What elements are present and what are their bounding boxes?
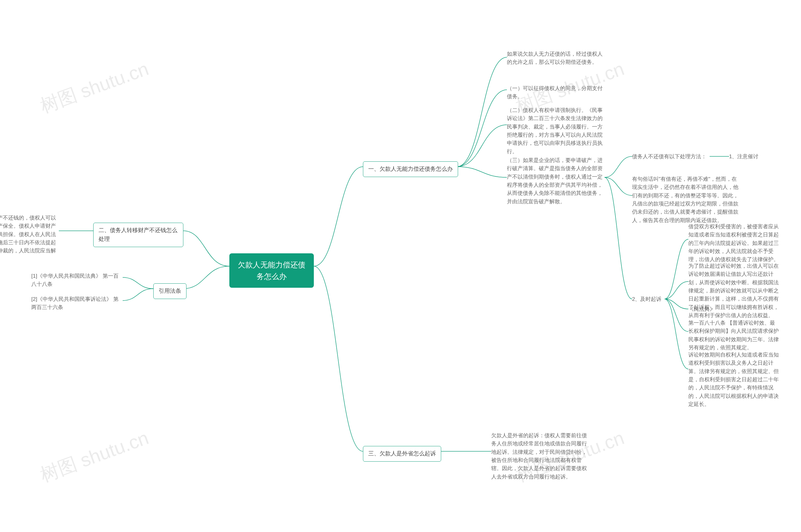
section-3-text: 欠款人是外省的起诉：债权人需要前往债务人住所地或经常居住地或借款合同履行地起诉。… — [491, 432, 591, 481]
section-2: 二、债务人转移财产不还钱怎么处理 — [93, 223, 183, 247]
refs: 引用法条 — [153, 283, 186, 299]
method-1-title: 1、注意催讨 — [729, 153, 759, 161]
refs-item-2: [2]《中华人民共和国民事诉讼法》 第两百三十六条 — [31, 295, 124, 312]
section-1-item-1: 如果说欠款人无力还债的话，经过债权人的允许之后，那么可以分期偿还债务。 — [507, 50, 607, 66]
section-1-item-3: （二）债权人有权申请强制执行。《民事诉讼法》第二百三十六条发生法律效力的民事判决… — [507, 106, 607, 156]
watermark: 树图 shutu.cn — [37, 425, 152, 488]
method-2-title: 2、及时起诉 — [632, 295, 662, 303]
section-3: 三、欠款人是外省怎么起诉 — [363, 446, 441, 462]
watermark: 树图 shutu.cn — [37, 56, 152, 119]
method-1-text: 有句俗话叫"有借有还，再借不难"，然而，在现实生活中，还仍然存在着不讲信用的人，… — [632, 175, 739, 225]
root-title: 欠款人无能力偿还债务怎么办 — [238, 261, 305, 281]
method-2-para-5: 诉讼时效期间自权利人知道或者应当知道权利受到损害以及义务人之日起计算。法律另有规… — [688, 351, 779, 408]
section-1: 一、欠款人无能力偿还债务怎么办 — [363, 162, 458, 177]
section-1-item-4: （三）如果是企业的话，要申请破产，进行破产清算。破产是指当债务人的全部资产不以清… — [507, 156, 607, 206]
refs-item-1: [1]《中华人民共和国民法典》 第一百八十八条 — [31, 272, 124, 289]
section-2-text: 债务人转移财产不还钱的，债权人可以向法院申请财产保全。债权人申请财产保全，应当提… — [0, 214, 59, 263]
method-2-para-1: 借贷双方权利受侵害的，被侵害者应从知道或者应当知道权利被侵害之日算起的三年内向法… — [688, 223, 779, 264]
root-node: 欠款人无能力偿还债务怎么办 — [229, 253, 314, 288]
section-3-title: 三、欠款人是外省怎么起诉 — [368, 450, 436, 457]
method-2-para-4: 第一百八十八条 【普通诉讼时效、最长权利保护期间】向人民法院请求保护民事权利的诉… — [688, 319, 779, 352]
section-1-item-2: （一）可以征得债权人的同意，分期支付债务。 — [507, 84, 607, 101]
refs-title: 引用法条 — [159, 288, 181, 294]
sub4-title: 债务人不还债有以下处理方法： — [632, 153, 707, 161]
section-2-title: 二、债务人转移财产不还钱怎么处理 — [98, 227, 178, 242]
section-1-title: 一、欠款人无能力偿还债务怎么办 — [368, 166, 453, 172]
method-2-para-3: 《民法典》 — [688, 305, 715, 314]
